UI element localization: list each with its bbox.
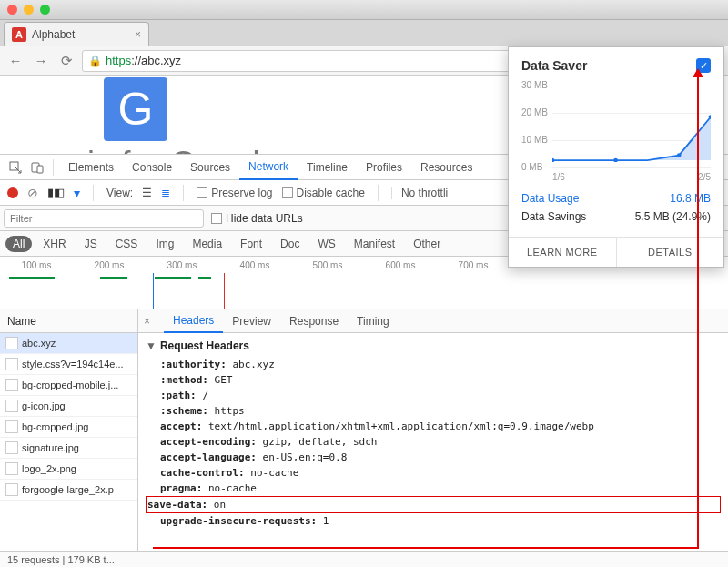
data-usage-value: 16.8 MB <box>670 192 711 205</box>
network-request-row[interactable]: g-icon.jpg <box>0 396 137 417</box>
file-name: bg-cropped-mobile.j... <box>22 380 118 390</box>
reload-button[interactable]: ⟳ <box>56 51 76 71</box>
close-detail-icon[interactable]: × <box>144 315 160 328</box>
favicon: A <box>12 27 26 42</box>
view-list-icon[interactable]: ☰ <box>142 187 152 199</box>
devtools-tab-sources[interactable]: Sources <box>181 155 239 180</box>
type-filter-other[interactable]: Other <box>406 236 448 252</box>
network-request-row[interactable]: signature.jpg <box>0 438 137 459</box>
timeline-tick: 700 ms <box>437 260 510 270</box>
xtick: 2/5 <box>698 172 711 182</box>
close-tab-icon[interactable]: × <box>135 28 141 41</box>
tab-title: Alphabet <box>32 28 75 41</box>
file-name: abc.xyz <box>22 338 56 349</box>
learn-more-button[interactable]: LEARN MORE <box>509 238 616 267</box>
clear-button[interactable]: ⊘ <box>27 186 38 200</box>
type-filter-doc[interactable]: Doc <box>273 236 307 252</box>
devtools-tab-elements[interactable]: Elements <box>59 155 123 180</box>
close-window-button[interactable] <box>7 5 17 15</box>
svg-marker-4 <box>552 116 711 160</box>
type-filter-manifest[interactable]: Manifest <box>347 236 402 252</box>
view-waterfall-icon[interactable]: ≣ <box>161 187 170 199</box>
forward-button[interactable]: → <box>31 51 51 71</box>
browser-tab[interactable]: A Alphabet × <box>4 22 149 46</box>
type-filter-font[interactable]: Font <box>233 236 269 252</box>
file-icon <box>5 379 18 391</box>
ytick: 10 MB <box>521 135 548 145</box>
svg-point-6 <box>613 158 618 162</box>
xtick: 1/6 <box>552 172 565 182</box>
svg-rect-3 <box>37 166 43 173</box>
network-request-row[interactable]: abc.xyz <box>0 333 137 354</box>
ytick: 0 MB <box>521 162 542 172</box>
devtools-tab-console[interactable]: Console <box>123 155 181 180</box>
devtools-tab-resources[interactable]: Resources <box>411 155 481 180</box>
status-text: 15 requests | 179 KB t... <box>7 554 115 565</box>
minimize-window-button[interactable] <box>24 5 34 15</box>
detail-tab-headers[interactable]: Headers <box>164 309 223 333</box>
request-header-line: :path: / <box>146 388 721 403</box>
preserve-log-checkbox[interactable]: Preserve log <box>197 187 272 199</box>
file-name: forgoogle-large_2x.p <box>22 484 114 495</box>
request-header-line: :method: GET <box>146 372 721 388</box>
type-filter-ws[interactable]: WS <box>310 236 342 252</box>
type-filter-img[interactable]: Img <box>148 236 181 252</box>
devtools-statusbar: 15 requests | 179 KB t... <box>0 551 728 567</box>
devtools-tab-timeline[interactable]: Timeline <box>298 155 357 180</box>
file-name: g-icon.jpg <box>22 400 66 411</box>
request-headers-section[interactable]: ▼Request Headers <box>146 339 721 354</box>
record-button[interactable] <box>7 187 18 198</box>
filter-input[interactable] <box>4 209 204 228</box>
view-label: View: <box>106 187 133 199</box>
name-column-header[interactable]: Name <box>0 309 137 333</box>
network-request-row[interactable]: bg-cropped-mobile.j... <box>0 375 137 396</box>
request-header-line: accept-language: en-US,en;q=0.8 <box>146 450 721 465</box>
annotation-arrow-head <box>693 68 703 77</box>
timeline-tick: 200 ms <box>73 260 146 270</box>
back-button[interactable]: ← <box>5 51 25 71</box>
request-header-line: pragma: no-cache <box>146 481 721 496</box>
device-mode-icon[interactable] <box>27 157 47 177</box>
file-icon <box>5 441 18 454</box>
ytick: 20 MB <box>521 107 548 117</box>
filter-icon[interactable]: ▾ <box>74 186 80 200</box>
data-savings-value: 5.5 MB (24.9%) <box>635 210 711 223</box>
timeline-tick: 100 ms <box>0 260 73 270</box>
google-g-logo: G <box>104 77 167 141</box>
details-button[interactable]: DETAILS <box>616 238 724 267</box>
type-filter-js[interactable]: JS <box>77 236 105 252</box>
hide-data-urls-checkbox[interactable]: Hide data URLs <box>211 212 303 225</box>
disable-cache-checkbox[interactable]: Disable cache <box>282 187 365 199</box>
file-name: signature.jpg <box>22 442 79 453</box>
annotation-arrow <box>153 547 699 549</box>
detail-tab-preview[interactable]: Preview <box>223 309 280 333</box>
type-filter-xhr[interactable]: XHR <box>35 236 73 252</box>
url-protocol: https <box>106 54 131 67</box>
network-request-row[interactable]: forgoogle-large_2x.p <box>0 480 137 501</box>
network-file-list: Name abc.xyzstyle.css?v=194c14e...bg-cro… <box>0 309 138 551</box>
file-icon <box>5 400 18 412</box>
throttling-select[interactable]: No throttli <box>391 187 448 199</box>
file-icon <box>5 358 18 370</box>
fullscreen-window-button[interactable] <box>40 5 50 15</box>
devtools-tab-profiles[interactable]: Profiles <box>357 155 411 180</box>
request-header-line: accept-encoding: gzip, deflate, sdch <box>146 434 721 450</box>
network-request-row[interactable]: logo_2x.png <box>0 459 137 480</box>
detail-tab-timing[interactable]: Timing <box>348 309 399 333</box>
network-request-row[interactable]: style.css?v=194c14e... <box>0 354 137 375</box>
type-filter-css[interactable]: CSS <box>108 236 146 252</box>
timeline-tick: 300 ms <box>146 260 218 270</box>
file-icon <box>5 462 18 475</box>
network-request-row[interactable]: bg-cropped.jpg <box>0 417 137 438</box>
type-filter-all[interactable]: All <box>5 236 32 252</box>
request-header-line: upgrade-insecure-requests: 1 <box>146 513 721 529</box>
data-saver-popup: Data Saver ✓ 30 MB 20 MB 10 MB 0 MB 1/6 … <box>508 46 724 268</box>
file-name: style.css?v=194c14e... <box>22 359 124 370</box>
inspect-element-icon[interactable] <box>5 157 25 177</box>
detail-tab-response[interactable]: Response <box>280 309 348 333</box>
data-saver-chart: 30 MB 20 MB 10 MB 0 MB 1/6 2/5 <box>521 82 711 182</box>
type-filter-media[interactable]: Media <box>185 236 229 252</box>
capture-screenshots-icon[interactable]: ▮◧ <box>47 186 65 199</box>
file-name: logo_2x.png <box>22 463 76 474</box>
devtools-tab-network[interactable]: Network <box>239 155 298 180</box>
